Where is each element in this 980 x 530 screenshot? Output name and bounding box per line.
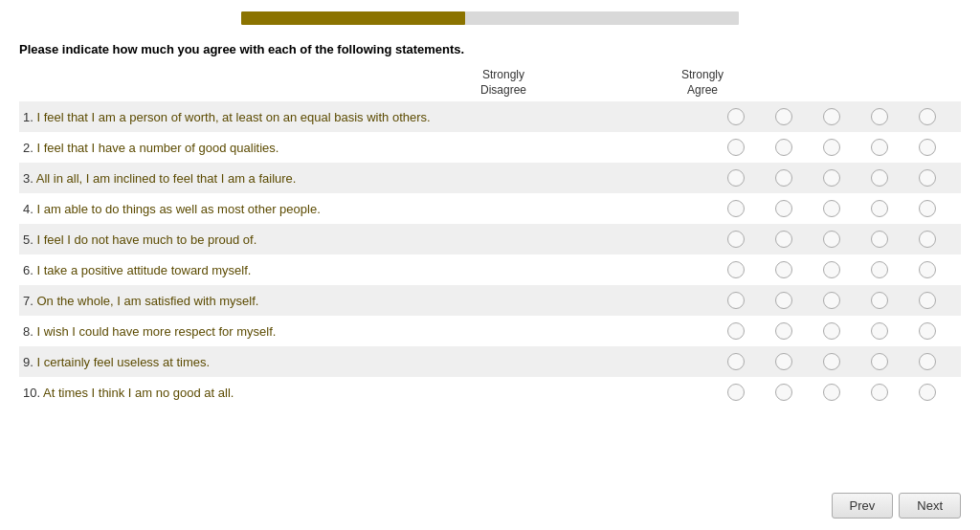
radio-input[interactable]: [727, 261, 745, 278]
question-text: 4. I am able to do things as well as mos…: [19, 196, 712, 222]
radio-cell: [856, 231, 903, 248]
radio-input[interactable]: [871, 231, 888, 248]
radio-input[interactable]: [823, 139, 840, 156]
radio-cell: [712, 200, 760, 217]
radio-input[interactable]: [775, 292, 792, 309]
radio-input[interactable]: [871, 384, 888, 401]
radio-input[interactable]: [871, 292, 888, 309]
radio-cell: [808, 169, 856, 187]
radio-cell: [760, 169, 808, 187]
radio-input[interactable]: [727, 169, 745, 187]
radio-cell: [712, 139, 760, 156]
radio-input[interactable]: [919, 353, 936, 370]
radio-input[interactable]: [823, 200, 840, 217]
table-row: 8. I wish I could have more respect for …: [19, 316, 961, 346]
radio-input[interactable]: [919, 169, 936, 187]
progress-bar-container: [0, 0, 980, 33]
radio-input[interactable]: [871, 139, 888, 156]
radio-cell: [712, 292, 760, 309]
radio-cell: [903, 231, 951, 248]
radio-input[interactable]: [919, 292, 936, 309]
radio-group: [712, 169, 961, 187]
radio-input[interactable]: [823, 353, 840, 370]
radio-cell: [712, 384, 760, 401]
radio-input[interactable]: [727, 322, 745, 340]
radio-input[interactable]: [823, 231, 840, 248]
radio-cell: [712, 231, 760, 248]
radio-input[interactable]: [775, 384, 792, 401]
radio-input[interactable]: [775, 353, 792, 370]
radio-input[interactable]: [871, 261, 888, 278]
radio-cell: [760, 292, 808, 309]
radio-input[interactable]: [823, 384, 840, 401]
scale-label-left: StronglyDisagree: [479, 68, 528, 98]
radio-input[interactable]: [823, 322, 840, 340]
radio-input[interactable]: [727, 353, 745, 370]
radio-cell: [760, 231, 808, 248]
radio-cell: [856, 292, 903, 309]
radio-input[interactable]: [871, 169, 888, 187]
progress-bar-fill: [241, 11, 465, 25]
radio-group: [712, 200, 961, 217]
radio-input[interactable]: [919, 261, 936, 278]
table-row: 6. I take a positive attitude toward mys…: [19, 254, 961, 285]
radio-input[interactable]: [727, 139, 745, 156]
radio-cell: [808, 292, 856, 309]
radio-cell: [903, 200, 951, 217]
radio-input[interactable]: [727, 384, 745, 401]
radio-cell: [760, 353, 808, 370]
radio-input[interactable]: [919, 139, 936, 156]
question-text: 3. All in all, I am inclined to feel tha…: [19, 166, 712, 191]
radio-cell: [760, 139, 808, 156]
radio-input[interactable]: [919, 322, 936, 340]
radio-input[interactable]: [775, 322, 792, 340]
radio-cell: [903, 139, 951, 156]
question-text: 10. At times I think I am no good at all…: [19, 380, 712, 406]
radio-cell: [760, 322, 808, 340]
radio-input[interactable]: [775, 139, 792, 156]
radio-input[interactable]: [775, 169, 792, 187]
radio-input[interactable]: [871, 200, 888, 217]
radio-cell: [808, 261, 856, 278]
prev-button[interactable]: Prev: [832, 493, 894, 519]
radio-cell: [903, 322, 951, 340]
radio-input[interactable]: [775, 231, 792, 248]
radio-input[interactable]: [871, 108, 888, 125]
radio-input[interactable]: [919, 200, 936, 217]
table-row: 4. I am able to do things as well as mos…: [19, 193, 961, 224]
radio-input[interactable]: [727, 231, 745, 248]
radio-cell: [903, 384, 951, 401]
radio-input[interactable]: [823, 169, 840, 187]
radio-cell: [808, 200, 856, 217]
radio-cell: [760, 200, 808, 217]
radio-input[interactable]: [727, 292, 745, 309]
radio-input[interactable]: [727, 200, 745, 217]
radio-input[interactable]: [823, 261, 840, 278]
survey-table: 1. I feel that I am a person of worth, a…: [19, 101, 961, 408]
main-container: Please indicate how much you agree with …: [0, 0, 980, 530]
table-row: 10. At times I think I am no good at all…: [19, 377, 961, 408]
radio-input[interactable]: [775, 200, 792, 217]
radio-cell: [712, 169, 760, 187]
radio-group: [712, 384, 961, 401]
radio-cell: [808, 384, 856, 401]
radio-input[interactable]: [919, 108, 936, 125]
radio-input[interactable]: [871, 322, 888, 340]
table-row: 1. I feel that I am a person of worth, a…: [19, 101, 961, 132]
radio-input[interactable]: [823, 108, 840, 125]
radio-input[interactable]: [775, 108, 792, 125]
radio-cell: [903, 261, 951, 278]
radio-group: [712, 139, 961, 156]
radio-input[interactable]: [919, 231, 936, 248]
next-button[interactable]: Next: [899, 493, 961, 519]
radio-cell: [808, 231, 856, 248]
radio-cell: [903, 353, 951, 370]
radio-input[interactable]: [823, 292, 840, 309]
radio-input[interactable]: [919, 384, 936, 401]
question-text: 5. I feel I do not have much to be proud…: [19, 227, 712, 253]
radio-input[interactable]: [871, 353, 888, 370]
radio-input[interactable]: [727, 108, 745, 125]
radio-input[interactable]: [775, 261, 792, 278]
radio-group: [712, 108, 961, 125]
radio-cell: [808, 353, 856, 370]
